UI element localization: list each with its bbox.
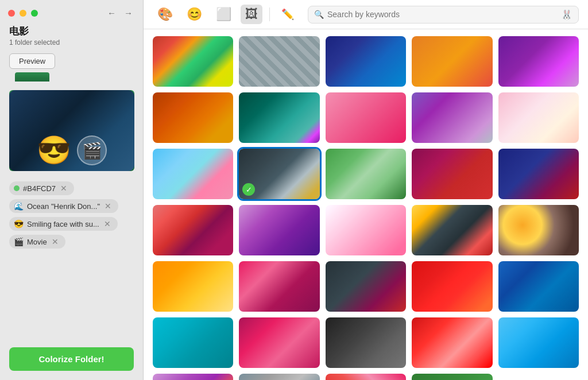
image-cell[interactable] — [412, 92, 492, 143]
image-cell[interactable] — [239, 261, 319, 312]
tag-smiling-label: Smiling face with su... — [27, 220, 99, 228]
app-title: 电影 — [9, 25, 134, 38]
image-cell[interactable] — [412, 36, 492, 87]
tag-color-label: #B4FCD7 — [23, 184, 56, 193]
toolbar-divider — [269, 7, 270, 21]
image-cell[interactable]: ✓ — [239, 149, 319, 199]
image-cell[interactable] — [412, 374, 492, 380]
tag-smiling-remove[interactable]: ✕ — [103, 219, 112, 228]
image-cell[interactable] — [326, 261, 406, 312]
images-tool-button[interactable]: 🖼 — [241, 5, 262, 24]
image-cell[interactable] — [412, 205, 492, 255]
image-cell[interactable] — [153, 92, 233, 143]
image-cell[interactable] — [412, 317, 492, 368]
image-cell[interactable] — [153, 261, 233, 312]
tag-movie: 🎬 Movie ✕ — [9, 235, 65, 249]
image-cell[interactable] — [326, 92, 406, 143]
image-cell[interactable] — [498, 261, 579, 312]
folder-emoji-icon: 😎 — [37, 137, 71, 164]
image-cell[interactable] — [326, 374, 406, 380]
image-cell[interactable] — [153, 36, 233, 87]
image-cell[interactable] — [239, 205, 319, 255]
layers-tool-button[interactable]: ⬜ — [211, 5, 236, 24]
image-cell[interactable] — [412, 261, 492, 312]
image-cell[interactable] — [153, 374, 233, 380]
back-button[interactable]: ← — [105, 7, 118, 19]
tag-smiling: 😎 Smiling face with su... ✕ — [9, 217, 118, 231]
app-title-section: 电影 1 folder selected — [0, 22, 143, 48]
image-cell[interactable] — [153, 149, 233, 199]
image-cell[interactable] — [326, 205, 406, 255]
image-cell[interactable] — [326, 36, 406, 87]
image-cell[interactable] — [326, 149, 406, 199]
close-button[interactable] — [8, 10, 15, 17]
forward-button[interactable]: → — [122, 7, 135, 19]
main-panel: 🎨 😊 ⬜ 🖼 ✏️ 🔍 🐰 ✓ — [144, 0, 588, 380]
image-cell[interactable] — [239, 36, 319, 87]
folder-icons: 😎 🎬 — [37, 135, 107, 165]
emoji-tool-button[interactable]: 😊 — [182, 5, 207, 24]
image-cell[interactable] — [239, 374, 319, 380]
tag-ocean-label: Ocean "Henrik Don..." — [27, 202, 100, 211]
folder-status: 1 folder selected — [9, 38, 134, 46]
palette-tool-button[interactable]: 🎨 — [153, 5, 177, 24]
search-input[interactable] — [327, 10, 558, 19]
maximize-button[interactable] — [31, 10, 38, 17]
image-cell[interactable] — [498, 317, 579, 368]
image-cell[interactable] — [498, 149, 579, 199]
preview-button[interactable]: Preview — [9, 53, 55, 69]
image-cell[interactable] — [153, 205, 233, 255]
colorize-button[interactable]: Colorize Folder! — [9, 347, 134, 371]
ocean-emoji-icon: 🌊 — [14, 201, 24, 211]
tag-ocean-remove[interactable]: ✕ — [103, 201, 113, 211]
folder-preview: 😎 🎬 — [9, 79, 134, 171]
titlebar: ← → — [0, 0, 143, 22]
tag-movie-label: Movie — [27, 238, 47, 246]
minimize-button[interactable] — [20, 10, 26, 17]
toolbar: 🎨 😊 ⬜ 🖼 ✏️ 🔍 🐰 — [144, 0, 588, 29]
selected-check-icon: ✓ — [242, 183, 255, 196]
images-grid: ✓ — [144, 29, 588, 380]
image-cell[interactable] — [239, 317, 319, 368]
tag-movie-remove[interactable]: ✕ — [51, 237, 60, 246]
tag-ocean: 🌊 Ocean "Henrik Don..." ✕ — [9, 199, 118, 213]
image-cell[interactable] — [498, 205, 579, 255]
folder-tab — [15, 72, 49, 82]
search-emoji-icon: 🐰 — [561, 9, 572, 20]
tags-section: #B4FCD7 ✕ 🌊 Ocean "Henrik Don..." ✕ 😎 Sm… — [0, 176, 143, 254]
eyedropper-tool-button[interactable]: ✏️ — [277, 6, 299, 23]
folder-film-icon: 🎬 — [77, 135, 107, 165]
sidebar: ← → 电影 1 folder selected Preview 😎 🎬 #B4… — [0, 0, 144, 380]
image-cell[interactable] — [498, 92, 579, 143]
image-cell[interactable] — [498, 36, 579, 87]
film-symbol: 🎬 — [82, 141, 102, 160]
tag-color: #B4FCD7 ✕ — [9, 181, 74, 195]
image-cell[interactable] — [239, 92, 319, 143]
search-box: 🔍 🐰 — [308, 6, 579, 24]
image-cell[interactable] — [326, 317, 406, 368]
image-cell[interactable] — [412, 149, 492, 199]
tag-color-remove[interactable]: ✕ — [59, 184, 68, 193]
movie-emoji-icon: 🎬 — [14, 237, 24, 246]
color-dot-icon — [14, 185, 20, 191]
search-icon: 🔍 — [314, 10, 324, 19]
image-cell[interactable] — [153, 317, 233, 368]
smiling-emoji-icon: 😎 — [14, 219, 24, 228]
